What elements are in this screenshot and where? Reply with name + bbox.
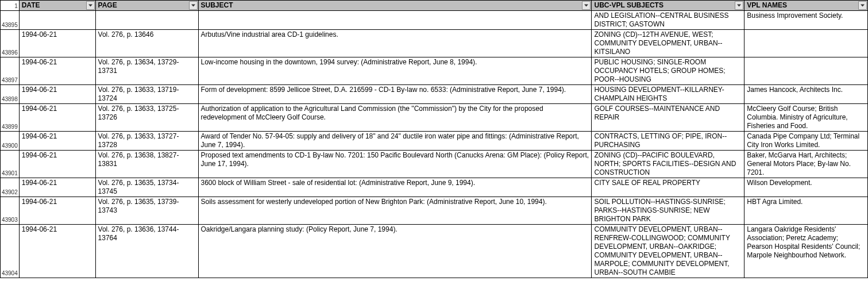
cell-vpl-names[interactable]: Wilson Development. <box>744 178 868 197</box>
cell-page[interactable]: Vol. 276, p. 13636, 13744-13764 <box>95 225 198 278</box>
cell-vpl-names[interactable]: James Hancock, Architects Inc. <box>744 85 868 104</box>
cell-ubc-vpl-subjects[interactable]: PUBLIC HOUSING; SINGLE-ROOM OCCUPANCY HO… <box>592 57 744 85</box>
cell-subject[interactable]: Low-income housing in the downtown, 1994… <box>198 57 592 85</box>
cell-date[interactable]: 1994-06-21 <box>19 104 95 132</box>
chevron-down-icon <box>861 4 865 7</box>
row-number[interactable]: 43897 <box>1 57 20 85</box>
cell-subject[interactable]: Award of Tender No. 57-94-05: supply and… <box>198 132 592 151</box>
column-header-label: PAGE <box>98 1 117 9</box>
column-header-label: UBC-VPL SUBJECTS <box>594 1 663 9</box>
table-row: 438961994-06-21Vol. 276, p. 13646Arbutus… <box>1 30 868 57</box>
column-header-page[interactable]: PAGE <box>95 1 198 11</box>
column-header-label: DATE <box>22 1 40 9</box>
cell-page[interactable]: Vol. 276, p. 13633, 13719-13724 <box>95 85 198 104</box>
cell-ubc-vpl-subjects[interactable]: HOUSING DEVELOPMENT--KILLARNEY-CHAMPLAIN… <box>592 85 744 104</box>
filter-dropdown-ubc[interactable] <box>735 1 743 10</box>
column-header-vpl-names[interactable]: VPL NAMES <box>744 1 868 11</box>
cell-ubc-vpl-subjects[interactable]: CONTRACTS, LETTING OF; PIPE, IRON--PURCH… <box>592 132 744 151</box>
cell-page[interactable]: Vol. 276, p. 13634, 13729-13731 <box>95 57 198 85</box>
column-header-subject[interactable]: SUBJECT <box>198 1 592 11</box>
filter-dropdown-subject[interactable] <box>582 1 591 10</box>
cell-page[interactable]: Vol. 276, p. 13633, 13727-13728 <box>95 132 198 151</box>
table-row: 43895AND LEGISLATION--CENTRAL BUSINESS D… <box>1 11 868 30</box>
cell-page[interactable]: Vol. 276, p. 13635, 13739-13743 <box>95 197 198 225</box>
cell-date[interactable]: 1994-06-21 <box>19 85 95 104</box>
cell-page[interactable]: Vol. 276, p. 13635, 13734-13745 <box>95 178 198 197</box>
cell-page[interactable]: Vol. 276, p. 13638, 13827-13831 <box>95 151 198 178</box>
cell-date[interactable]: 1994-06-21 <box>19 197 95 225</box>
cell-vpl-names[interactable]: HBT Agra Limited. <box>744 197 868 225</box>
table-row: 439041994-06-21Vol. 276, p. 13636, 13744… <box>1 225 868 278</box>
cell-page[interactable]: Vol. 276, p. 13646 <box>95 30 198 57</box>
cell-subject[interactable]: Arbutus/Vine industrial area CD-1 guidel… <box>198 30 592 57</box>
chevron-down-icon <box>737 4 741 7</box>
cell-ubc-vpl-subjects[interactable]: SOIL POLLUTION--HASTINGS-SUNRISE; PARKS-… <box>592 197 744 225</box>
column-header-date[interactable]: DATE <box>19 1 95 11</box>
cell-date[interactable]: 1994-06-21 <box>19 151 95 178</box>
chevron-down-icon <box>584 4 588 7</box>
cell-vpl-names[interactable]: Canada Pipe Company Ltd; Terminal City I… <box>744 132 868 151</box>
cell-date[interactable]: 1994-06-21 <box>19 225 95 278</box>
chevron-down-icon <box>88 4 92 7</box>
row-number[interactable]: 43903 <box>1 197 20 225</box>
filter-dropdown-page[interactable] <box>189 1 198 10</box>
cell-vpl-names[interactable]: McCleery Golf Course; British Columbia. … <box>744 104 868 132</box>
cell-subject[interactable]: Form of development: 8599 Jellicoe Stree… <box>198 85 592 104</box>
cell-vpl-names[interactable] <box>744 30 868 57</box>
cell-ubc-vpl-subjects[interactable]: ZONING (CD)--12TH AVENUE, WEST; COMMUNIT… <box>592 30 744 57</box>
cell-date[interactable] <box>19 11 95 30</box>
cell-subject[interactable]: 3600 block of William Street - sale of r… <box>198 178 592 197</box>
row-number[interactable]: 43896 <box>1 30 20 57</box>
table-row: 439031994-06-21Vol. 276, p. 13635, 13739… <box>1 197 868 225</box>
spreadsheet-grid: 1 DATE PAGE SUBJECT UBC-VPL SUBJECTS <box>0 0 868 278</box>
cell-subject[interactable]: Soils assessment for westerly undevelope… <box>198 197 592 225</box>
cell-vpl-names[interactable]: Baker, McGarva Hart, Architects; General… <box>744 151 868 178</box>
cell-subject[interactable] <box>198 11 592 30</box>
cell-date[interactable]: 1994-06-21 <box>19 132 95 151</box>
table-row: 438971994-06-21Vol. 276, p. 13634, 13729… <box>1 57 868 85</box>
cell-ubc-vpl-subjects[interactable]: CITY SALE OF REAL PROPERTY <box>592 178 744 197</box>
column-header-label: SUBJECT <box>201 1 233 9</box>
cell-vpl-names[interactable]: Business Improvement Society. <box>744 11 868 30</box>
cell-subject[interactable]: Authorization of application to the Agri… <box>198 104 592 132</box>
cell-page[interactable] <box>95 11 198 30</box>
cell-ubc-vpl-subjects[interactable]: ZONING (CD)--PACIFIC BOULEVARD, NORTH; S… <box>592 151 744 178</box>
cell-vpl-names[interactable]: Langara Oakridge Residents' Association;… <box>744 225 868 278</box>
cell-page[interactable]: Vol. 276, p. 13633, 13725-13726 <box>95 104 198 132</box>
cell-ubc-vpl-subjects[interactable]: COMMUNITY DEVELOPMENT, URBAN--RENFREW-CO… <box>592 225 744 278</box>
cell-date[interactable]: 1994-06-21 <box>19 178 95 197</box>
cell-subject[interactable]: Proposed text amendments to CD-1 By-law … <box>198 151 592 178</box>
row-number[interactable]: 43904 <box>1 225 20 278</box>
table-row: 439011994-06-21Vol. 276, p. 13638, 13827… <box>1 151 868 178</box>
chevron-down-icon <box>191 4 195 7</box>
header-rownum-cell[interactable]: 1 <box>1 1 20 11</box>
header-row: 1 DATE PAGE SUBJECT UBC-VPL SUBJECTS <box>1 1 868 11</box>
row-number[interactable]: 43900 <box>1 132 20 151</box>
column-header-label: VPL NAMES <box>747 1 787 9</box>
row-number[interactable]: 43898 <box>1 85 20 104</box>
column-header-ubc-vpl-subjects[interactable]: UBC-VPL SUBJECTS <box>592 1 744 11</box>
row-number[interactable]: 43902 <box>1 178 20 197</box>
cell-date[interactable]: 1994-06-21 <box>19 30 95 57</box>
row-number[interactable]: 43901 <box>1 151 20 178</box>
table-row: 439021994-06-21Vol. 276, p. 13635, 13734… <box>1 178 868 197</box>
cell-ubc-vpl-subjects[interactable]: GOLF COURSES--MAINTENANCE AND REPAIR <box>592 104 744 132</box>
table-row: 438981994-06-21Vol. 276, p. 13633, 13719… <box>1 85 868 104</box>
filter-dropdown-vpl[interactable] <box>858 1 867 10</box>
cell-ubc-vpl-subjects[interactable]: AND LEGISLATION--CENTRAL BUSINESS DISTRI… <box>592 11 744 30</box>
table-row: 439001994-06-21Vol. 276, p. 13633, 13727… <box>1 132 868 151</box>
cell-vpl-names[interactable] <box>744 57 868 85</box>
cell-date[interactable]: 1994-06-21 <box>19 57 95 85</box>
cell-subject[interactable]: Oakridge/Langara planning study: (Policy… <box>198 225 592 278</box>
table-row: 438991994-06-21Vol. 276, p. 13633, 13725… <box>1 104 868 132</box>
row-number[interactable]: 43899 <box>1 104 20 132</box>
row-number[interactable]: 43895 <box>1 11 20 30</box>
filter-dropdown-date[interactable] <box>86 1 95 10</box>
